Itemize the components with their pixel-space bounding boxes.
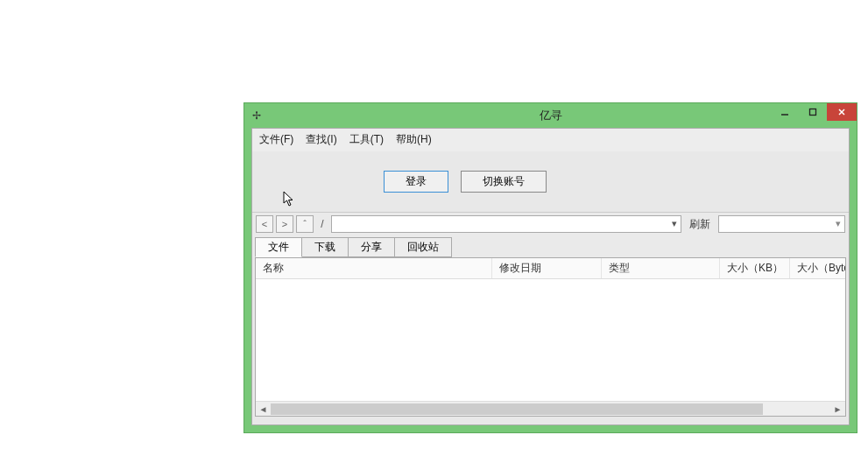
menubar: 文件(F) 查找(I) 工具(T) 帮助(H) [252,129,849,151]
list-header: 名称 修改日期 类型 大小（KB） 大小（Byte） [256,258,845,279]
scroll-left-button[interactable]: ◄ [256,402,271,417]
refresh-button[interactable]: 刷新 [684,217,716,232]
svg-rect-1 [810,109,816,116]
right-combobox[interactable] [718,215,845,233]
col-size-byte[interactable]: 大小（Byte） [790,258,845,278]
titlebar[interactable]: ✢ 亿寻 [244,103,857,128]
tab-download[interactable]: 下载 [301,237,349,257]
nav-forward-button[interactable]: > [276,215,293,233]
nav-back-button[interactable]: < [256,215,273,233]
maximize-button[interactable] [799,103,827,121]
col-name[interactable]: 名称 [256,258,492,278]
window-controls [771,103,857,121]
minimize-button[interactable] [771,103,799,121]
nav-up-button[interactable]: ˆ [296,215,314,233]
horizontal-scrollbar[interactable]: ◄ ► [256,401,845,416]
app-icon: ✢ [250,109,264,123]
file-listview: 名称 修改日期 类型 大小（KB） 大小（Byte） ◄ ► [255,257,846,417]
menu-help[interactable]: 帮助(H) [396,132,432,147]
window-content: 文件(F) 查找(I) 工具(T) 帮助(H) 登录 切换账号 < > ˆ / … [251,128,850,425]
menu-tools[interactable]: 工具(T) [349,132,384,147]
col-modified[interactable]: 修改日期 [492,258,602,278]
scroll-thumb[interactable] [271,403,763,415]
tab-file[interactable]: 文件 [255,237,302,257]
tab-recycle[interactable]: 回收站 [394,237,452,257]
tabbar: 文件 下载 分享 回收站 [252,235,849,257]
scroll-right-button[interactable]: ► [830,402,845,417]
menu-find[interactable]: 查找(I) [306,132,336,147]
path-combobox[interactable] [331,215,681,233]
switch-account-button[interactable]: 切换账号 [461,171,547,193]
col-type[interactable]: 类型 [602,258,720,278]
login-area: 登录 切换账号 [252,151,849,212]
login-button[interactable]: 登录 [384,171,448,193]
close-button[interactable] [827,103,857,121]
app-window: ✢ 亿寻 文件(F) 查找(I) 工具(T) 帮助(H) 登录 切换账号 < [243,102,857,433]
path-separator: / [316,218,328,230]
navigation-bar: < > ˆ / 刷新 [252,212,849,235]
col-size-kb[interactable]: 大小（KB） [720,258,790,278]
tab-share[interactable]: 分享 [348,237,395,257]
menu-file[interactable]: 文件(F) [259,132,293,147]
window-title: 亿寻 [244,108,857,123]
list-body[interactable] [256,279,845,401]
scroll-track[interactable] [271,402,830,416]
